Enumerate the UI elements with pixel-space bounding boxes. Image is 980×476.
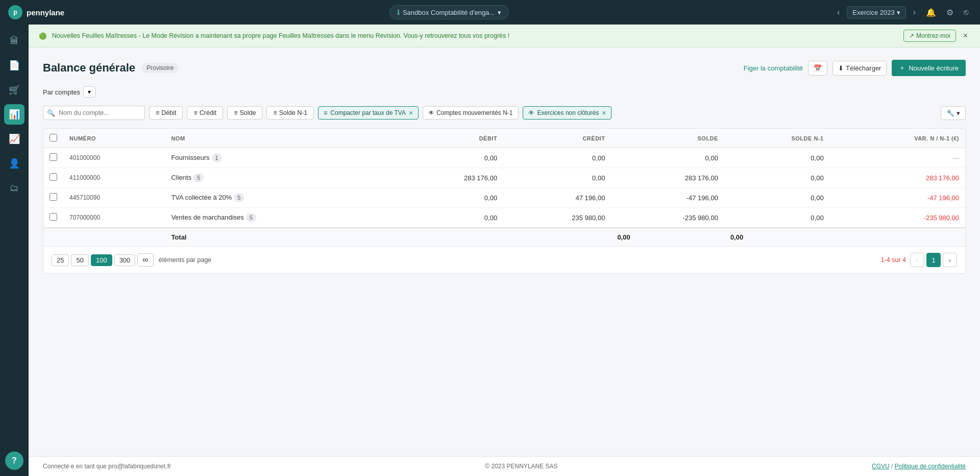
row-checkbox-0[interactable] (50, 153, 57, 161)
balance-table: NUMÉRO NOM DÉBIT CRÉDIT (43, 129, 965, 246)
page-1-button[interactable]: 1 (926, 253, 941, 267)
calendar-icon-button[interactable]: 📅 (808, 61, 827, 76)
row-checkbox-3[interactable] (50, 213, 57, 221)
calendar-icon: 📅 (814, 64, 822, 72)
solde-value: 283 176,00 (611, 168, 724, 188)
solde-filter-label: Solde (239, 109, 256, 116)
par-comptes-label: Par comptes (43, 88, 80, 96)
wrench-icon: 🔧 (946, 109, 954, 117)
page-header-left: Balance générale Provisoire (43, 61, 179, 75)
cgvu-link[interactable]: CGVU (872, 463, 890, 470)
page-sizes: 25 50 100 300 ∞ éléments par page (52, 253, 211, 267)
tva-filter-remove[interactable]: × (409, 109, 413, 116)
prev-exercice-button[interactable]: ‹ (834, 6, 843, 19)
total-credit (503, 228, 611, 246)
total-numero-cell (63, 228, 165, 246)
page-title: Balance générale (43, 61, 135, 75)
page-size-50[interactable]: 50 (71, 254, 88, 266)
page-size-300[interactable]: 300 (114, 254, 136, 266)
solde-value: 0,00 (611, 148, 724, 168)
banner-link-label: Montrez-moi (916, 32, 950, 39)
balance-table-container: NUMÉRO NOM DÉBIT CRÉDIT (43, 128, 966, 274)
debit-filter-button[interactable]: ≡ Débit (149, 106, 183, 120)
comptes-mouvementes-label: Comptes mouvementés N-1 (436, 109, 512, 116)
next-page-button[interactable]: › (943, 253, 957, 267)
footer-separator: / (891, 463, 895, 470)
elements-label: éléments par page (159, 256, 212, 264)
logo-text: pennylane (27, 8, 64, 17)
sidebar-item-purchases[interactable]: 🛒 (4, 80, 24, 100)
header-checkbox-cell (43, 129, 63, 148)
account-badge: 5 (234, 193, 244, 202)
help-button[interactable]: ? (5, 451, 23, 470)
politique-link[interactable]: Politique de confidentialité (895, 463, 966, 470)
topnav-center: ℹ Sandbox Comptabilité d'enga... ▾ (70, 5, 828, 19)
page-size-inf[interactable]: ∞ (137, 253, 153, 267)
search-icon: 🔍 (47, 109, 55, 117)
notification-bell-icon[interactable]: 🔔 (923, 6, 939, 19)
account-name[interactable]: Clients5 (165, 168, 395, 188)
exercices-filter-remove[interactable]: × (602, 109, 606, 116)
sidebar-item-analytics[interactable]: 📈 (4, 129, 24, 149)
par-comptes-dropdown[interactable]: ▾ (83, 86, 95, 98)
solde-filter-button[interactable]: ≡ Solde (227, 106, 262, 120)
page-size-25[interactable]: 25 (52, 254, 69, 266)
total-label: Total (165, 228, 395, 246)
next-exercice-button[interactable]: › (910, 6, 919, 19)
figer-button[interactable]: Figer la comptabilité (744, 64, 803, 72)
settings-icon[interactable]: ⚙ (943, 6, 957, 19)
info-icon: ℹ (397, 8, 400, 16)
credit-filter-button[interactable]: ≡ Crédit (187, 106, 223, 120)
credit-value: 0,00 (503, 168, 611, 188)
account-name[interactable]: Fournisseurs1 (165, 148, 395, 168)
sandbox-selector[interactable]: ℹ Sandbox Comptabilité d'enga... ▾ (389, 5, 509, 19)
sidebar-item-documents[interactable]: 📄 (4, 55, 24, 76)
solde-n1-value: 0,00 (724, 148, 830, 168)
table-row: 411000000 Clients5 283 176,00 0,00 283 1… (43, 168, 965, 188)
footer-copyright: © 2023 PENNYLANE SAS (485, 463, 557, 470)
search-wrap: 🔍 (43, 106, 145, 120)
table-body: 401000000 Fournisseurs1 0,00 0,00 0,00 0… (43, 148, 965, 228)
solde-n1-filter-button[interactable]: ≡ Solde N-1 (266, 106, 314, 120)
header-numero: NUMÉRO (63, 129, 165, 148)
page-size-100[interactable]: 100 (91, 254, 112, 266)
logo[interactable]: p pennylane (8, 5, 64, 19)
banner-link-button[interactable]: ↗ Montrez-moi (903, 30, 956, 42)
logout-icon[interactable]: ⎋ (961, 6, 972, 19)
account-number: 411000000 (63, 168, 165, 188)
pagination-bar: 25 50 100 300 ∞ éléments par page 1-4 su… (43, 246, 965, 273)
filter-bar: 🔍 ≡ Débit ≡ Crédit ≡ Solde ≡ Solde N (43, 106, 966, 120)
total-solde-n1: 0,00 (724, 228, 830, 246)
account-number: 707000000 (63, 208, 165, 228)
row-checkbox-cell (43, 208, 63, 228)
sidebar-item-contacts[interactable]: 👤 (4, 153, 24, 174)
exercice-selector[interactable]: Exercice 2023 ▾ (847, 6, 905, 19)
sidebar: 🏛 📄 🛒 📊 📈 👤 🗂 ? (0, 25, 29, 476)
row-checkbox-2[interactable] (50, 193, 57, 201)
total-row: Total 0,00 0,00 (43, 228, 965, 246)
select-all-checkbox[interactable] (50, 134, 57, 141)
exercice-label: Exercice 2023 (852, 9, 894, 16)
sidebar-item-home[interactable]: 🏛 (4, 31, 24, 51)
row-checkbox-cell (43, 148, 63, 168)
sidebar-bottom: ? (5, 451, 23, 470)
solde-n1-filter-label: Solde N-1 (279, 109, 308, 116)
account-name[interactable]: Ventes de marchandises5 (165, 208, 395, 228)
row-checkbox-1[interactable] (50, 173, 57, 181)
search-input[interactable] (43, 106, 145, 120)
nouvelle-ecriture-button[interactable]: ＋ Nouvelle écriture (892, 60, 966, 76)
exercice-dropdown-icon: ▾ (897, 9, 900, 16)
prev-page-button[interactable]: ‹ (910, 253, 924, 267)
columns-config-button[interactable]: 🔧 ▾ (941, 106, 966, 120)
logo-icon: p (8, 5, 22, 19)
account-name[interactable]: TVA collectée à 20%5 (165, 188, 395, 208)
dropdown-icon: ▾ (498, 9, 501, 16)
sidebar-item-accounting[interactable]: 📊 (4, 104, 24, 125)
table-row: 707000000 Ventes de marchandises5 0,00 2… (43, 208, 965, 228)
total-debit (396, 228, 503, 246)
banner-close-button[interactable]: × (961, 31, 970, 40)
download-button[interactable]: ⬇ Télécharger (832, 61, 887, 76)
sidebar-item-reports[interactable]: 🗂 (4, 178, 24, 198)
header-variation: VAR. N / N-1 (€) (830, 129, 965, 148)
main-content: 🟢 Nouvelles Feuilles Maîtresses - Le Mod… (29, 25, 980, 476)
